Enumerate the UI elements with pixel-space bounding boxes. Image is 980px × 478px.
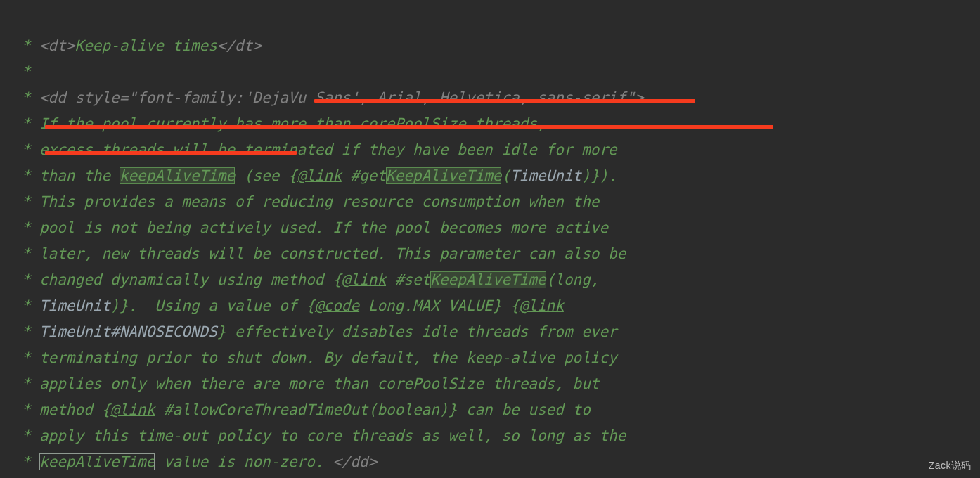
doc-line: * <dt>Keep-alive times</dt> <box>13 37 262 54</box>
doc-line: * than the keepAliveTime (see {@link #ge… <box>13 167 617 184</box>
doc-line: * This provides a means of reducing reso… <box>13 193 599 210</box>
doc-line: * If the pool currently has more than co… <box>13 115 546 132</box>
highlight-keepAliveTime: keepAliveTime <box>39 453 155 470</box>
doc-line: * later, new threads will be constructed… <box>13 245 626 262</box>
code-editor: * <dt>Keep-alive times</dt> * * <dd styl… <box>0 0 980 478</box>
doc-line: * TimeUnit)}. Using a value of {@code Lo… <box>13 297 564 314</box>
highlight-keepAliveTime: keepAliveTime <box>120 167 235 184</box>
highlight-KeepAliveTime: KeepAliveTime <box>430 271 546 288</box>
doc-line: * changed dynamically using method {@lin… <box>13 271 599 288</box>
doc-line: * method {@link #allowCoreThreadTimeOut(… <box>13 401 591 418</box>
doc-line: * excess threads will be terminated if t… <box>13 141 617 158</box>
doc-line: * apply this time-out policy to core thr… <box>13 427 626 444</box>
watermark-text: Zack说码 <box>929 460 972 472</box>
doc-line: * <dd style="font-family:'DejaVu Sans', … <box>13 89 644 106</box>
doc-line: * applies only when there are more than … <box>13 375 599 392</box>
doc-line: * pool is not being actively used. If th… <box>13 219 608 236</box>
doc-line: * terminating prior to shut down. By def… <box>13 349 617 366</box>
doc-line: * <box>13 63 30 80</box>
doc-line: * keepAliveTime value is non-zero. </dd> <box>13 453 377 470</box>
doc-line: * TimeUnit#NANOSECONDS} effectively disa… <box>13 323 617 340</box>
highlight-KeepAliveTime: KeepAliveTime <box>386 167 501 184</box>
